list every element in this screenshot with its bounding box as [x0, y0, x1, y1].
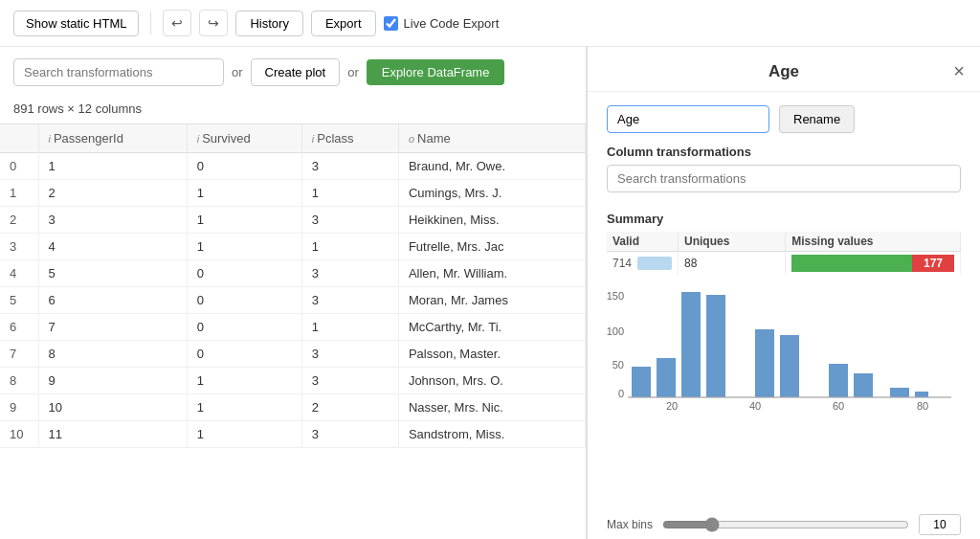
redo-button[interactable]: ↪ — [199, 10, 228, 36]
maxbins-label: Max bins — [607, 518, 653, 531]
live-code-wrap: Live Code Export — [384, 16, 500, 31]
cell-pclass: 2 — [301, 394, 398, 421]
histogram-section: 150 100 50 0 — [588, 275, 980, 508]
cell-passengerid: 5 — [38, 260, 187, 287]
cell-survived: 1 — [187, 368, 301, 394]
cell-idx: 10 — [0, 421, 38, 448]
cell-idx: 6 — [0, 314, 38, 341]
undo-button[interactable]: ↩ — [163, 10, 191, 36]
hist-bar-5 — [755, 329, 774, 397]
show-static-button[interactable]: Show static HTML — [13, 11, 139, 36]
cell-pclass: 3 — [301, 341, 398, 368]
hist-bar-4 — [706, 295, 725, 397]
rename-button[interactable]: Rename — [779, 105, 855, 133]
hist-bar-10 — [915, 392, 928, 397]
cell-name: Moran, Mr. James — [398, 287, 585, 314]
cell-survived: 1 — [187, 207, 301, 234]
summary-uniques-header: Uniques — [679, 232, 786, 252]
cell-survived: 0 — [187, 314, 301, 341]
table-row: 6701McCarthy, Mr. Ti. — [0, 314, 586, 341]
table-row: 7803Palsson, Master. — [0, 341, 586, 368]
table-row: 0103Braund, Mr. Owe. — [0, 153, 586, 180]
cell-pclass: 3 — [301, 260, 398, 287]
cell-passengerid: 6 — [38, 287, 187, 314]
cell-name: Heikkinen, Miss. — [398, 207, 585, 234]
table-row: 8913Johnson, Mrs. O. — [0, 368, 586, 394]
cell-name: Palsson, Master. — [398, 341, 585, 368]
hist-bar-9 — [890, 388, 909, 397]
summary-table: Valid Uniques Missing values 714 88 — [607, 232, 961, 275]
col-transforms-label: Column transformations — [588, 141, 980, 165]
cell-idx: 5 — [0, 287, 38, 314]
cell-name: Futrelle, Mrs. Jac — [398, 234, 585, 260]
cell-name: Allen, Mr. William. — [398, 260, 585, 287]
cell-pclass: 3 — [301, 287, 398, 314]
table-row: 3411Futrelle, Mrs. Jac — [0, 234, 586, 260]
summary-missing-header: Missing values — [786, 232, 961, 252]
cell-survived: 0 — [187, 341, 301, 368]
search-transformations-input[interactable] — [13, 58, 224, 86]
cell-name: McCarthy, Mr. Ti. — [398, 314, 585, 341]
table-row: 1211Cumings, Mrs. J. — [0, 180, 586, 207]
maxbins-value-input[interactable] — [919, 514, 961, 535]
col-header-survived: iSurvived — [187, 124, 301, 153]
cell-pclass: 3 — [301, 421, 398, 448]
cell-name: Cumings, Mrs. J. — [398, 180, 585, 207]
table-row: 5603Moran, Mr. James — [0, 287, 586, 314]
col-header-pclass: iPclass — [301, 124, 398, 153]
cell-idx: 0 — [0, 153, 38, 180]
histogram-svg: 150 100 50 0 — [607, 282, 961, 421]
left-panel: or Create plot or Explore DataFrame 891 … — [0, 47, 586, 539]
y-label-100: 100 — [607, 326, 624, 337]
rename-input[interactable] — [607, 105, 769, 133]
create-plot-button[interactable]: Create plot — [251, 58, 341, 86]
table-body: 0103Braund, Mr. Owe.1211Cumings, Mrs. J.… — [0, 153, 586, 448]
maxbins-slider[interactable] — [662, 517, 909, 532]
cell-passengerid: 10 — [38, 394, 187, 421]
cell-passengerid: 4 — [38, 234, 187, 260]
cell-pclass: 1 — [301, 180, 398, 207]
summary-valid-value: 714 — [612, 257, 632, 270]
cell-pclass: 3 — [301, 368, 398, 394]
cell-survived: 1 — [187, 180, 301, 207]
history-button[interactable]: History — [235, 11, 302, 36]
table-row: 101113Sandstrom, Miss. — [0, 421, 586, 448]
cell-passengerid: 1 — [38, 153, 187, 180]
hist-bar-8 — [854, 373, 873, 397]
x-label-40: 40 — [749, 400, 761, 412]
toolbar: or Create plot or Explore DataFrame — [0, 47, 586, 98]
missing-bg-bar — [791, 255, 912, 272]
cell-pclass: 1 — [301, 234, 398, 260]
cell-pclass: 3 — [301, 207, 398, 234]
missing-value: 177 — [924, 257, 943, 270]
cell-survived: 0 — [187, 153, 301, 180]
summary-valid-header: Valid — [607, 232, 679, 252]
cell-name: Sandstrom, Miss. — [398, 421, 585, 448]
rp-rename-row: Rename — [588, 92, 980, 141]
hist-bar-7 — [829, 364, 848, 397]
rp-header: Age × — [588, 47, 980, 92]
y-label-0: 0 — [618, 388, 624, 399]
rp-close-button[interactable]: × — [953, 60, 965, 82]
cell-passengerid: 3 — [38, 207, 187, 234]
summary-data-row: 714 88 177 — [607, 252, 961, 276]
cell-passengerid: 7 — [38, 314, 187, 341]
cell-name: Braund, Mr. Owe. — [398, 153, 585, 180]
cell-survived: 0 — [187, 260, 301, 287]
cell-passengerid: 8 — [38, 341, 187, 368]
cell-survived: 1 — [187, 394, 301, 421]
rp-search-input[interactable] — [607, 165, 961, 192]
cell-idx: 4 — [0, 260, 38, 287]
explore-dataframe-button[interactable]: Explore DataFrame — [367, 59, 505, 85]
maxbins-row: Max bins — [588, 508, 980, 539]
hist-bar-1 — [632, 367, 651, 397]
export-button[interactable]: Export — [311, 11, 376, 36]
rp-title: Age — [768, 62, 799, 81]
hist-bar-3 — [681, 292, 701, 397]
col-header-name: oName — [398, 124, 585, 153]
cell-pclass: 3 — [301, 153, 398, 180]
cell-idx: 3 — [0, 234, 38, 260]
cell-survived: 0 — [187, 287, 301, 314]
main-content: or Create plot or Explore DataFrame 891 … — [0, 47, 980, 539]
live-code-checkbox[interactable] — [384, 16, 398, 31]
